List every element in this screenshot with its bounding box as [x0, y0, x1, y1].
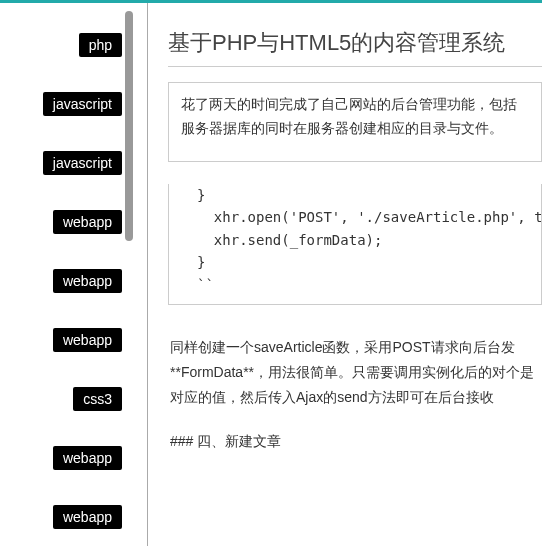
tag-item[interactable]: javascript: [43, 151, 122, 175]
tag-item[interactable]: webapp: [53, 446, 122, 470]
tag-item[interactable]: webapp: [53, 328, 122, 352]
sidebar: php javascript javascript webapp webapp …: [0, 3, 135, 546]
article-subheading: ### 四、新建文章: [170, 429, 542, 454]
tag-item[interactable]: webapp: [53, 505, 122, 529]
main-content: 基于PHP与HTML5的内容管理系统 花了两天的时间完成了自己网站的后台管理功能…: [148, 3, 542, 546]
article-body: 同样创建一个saveArticle函数，采用POST请求向后台发**FormDa…: [168, 335, 542, 454]
tag-item[interactable]: php: [79, 33, 122, 57]
tag-item[interactable]: webapp: [53, 210, 122, 234]
article-summary-box: 花了两天的时间完成了自己网站的后台管理功能，包括服务器据库的同时在服务器创建相应…: [168, 82, 542, 162]
main-container: php javascript javascript webapp webapp …: [0, 0, 542, 546]
article-paragraph: 同样创建一个saveArticle函数，采用POST请求向后台发**FormDa…: [170, 335, 542, 411]
code-snippet-box: } xhr.open('POST', './saveArticle.php', …: [168, 184, 542, 305]
sidebar-scrollbar[interactable]: [125, 11, 133, 241]
tag-item[interactable]: css3: [73, 387, 122, 411]
summary-text: 花了两天的时间完成了自己网站的后台管理功能，包括服务器据库的同时在服务器创建相应…: [181, 96, 517, 136]
tag-list: php javascript javascript webapp webapp …: [0, 33, 135, 529]
tag-item[interactable]: javascript: [43, 92, 122, 116]
article-title: 基于PHP与HTML5的内容管理系统: [168, 28, 542, 67]
tag-item[interactable]: webapp: [53, 269, 122, 293]
